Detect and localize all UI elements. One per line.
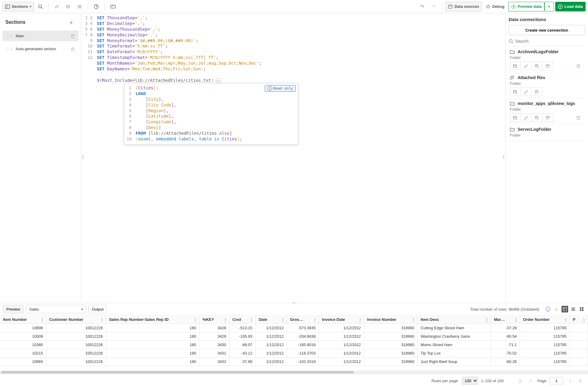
- table-cell: 318960: [364, 358, 417, 366]
- page-input[interactable]: [550, 377, 563, 384]
- delete-section-button[interactable]: [71, 34, 75, 38]
- connection-name: Attached files: [518, 75, 545, 80]
- sections-toggle-button[interactable]: Sections ▾: [2, 2, 34, 11]
- view-table-button[interactable]: [562, 306, 568, 312]
- next-page-button[interactable]: ⟩: [566, 377, 574, 384]
- column-header[interactable]: Invoice Date⋮: [319, 315, 364, 324]
- create-connection-button[interactable]: Create new connection: [509, 25, 585, 35]
- connection-item[interactable]: ArchivedLogsFolder Folder: [509, 46, 585, 72]
- column-menu-button[interactable]: ⋮: [582, 317, 586, 322]
- connection-action-button[interactable]: [510, 62, 521, 70]
- connection-type: Folder: [510, 81, 584, 86]
- column-header[interactable]: Gros…⋮: [287, 315, 319, 324]
- connection-search-input[interactable]: [515, 39, 585, 44]
- connection-action-button[interactable]: [531, 88, 542, 96]
- redo-button[interactable]: [429, 2, 439, 11]
- connection-type: Folder: [510, 107, 584, 112]
- load-data-button[interactable]: Load data: [555, 2, 586, 11]
- column-header[interactable]: Item Desc⋮: [417, 315, 491, 324]
- table-cell: 318960: [364, 349, 417, 358]
- connection-action-button[interactable]: [542, 113, 553, 122]
- comment-toggle-button[interactable]: //: [52, 2, 62, 11]
- column-menu-button[interactable]: ⋮: [358, 317, 362, 322]
- section-item-autogen[interactable]: ⋮⋮ Auto-generated section: [2, 44, 79, 54]
- connection-action-button[interactable]: [531, 62, 542, 70]
- column-header[interactable]: Sales Rep Number-Sales Rep ID⋮: [106, 315, 199, 324]
- column-menu-button[interactable]: ⋮: [250, 317, 254, 322]
- table-row[interactable]: 10009100122261803429-105.931/12/2012-204…: [0, 332, 588, 341]
- column-header[interactable]: Date⋮: [255, 315, 287, 324]
- connection-item[interactable]: ServerLogFolder Folder: [509, 124, 585, 141]
- column-header[interactable]: Customer Number⋮: [46, 315, 106, 324]
- column-header[interactable]: %KEY⋮: [199, 315, 229, 324]
- debug-button[interactable]: Debug: [483, 2, 507, 11]
- undo-button[interactable]: [417, 2, 427, 11]
- search-button[interactable]: [35, 2, 45, 11]
- resize-handle-right[interactable]: ∥: [502, 13, 505, 300]
- column-header[interactable]: Item Number⋮: [0, 315, 46, 324]
- info-button[interactable]: i: [545, 306, 551, 312]
- table-cell: 115785: [520, 341, 570, 349]
- column-menu-button[interactable]: ⋮: [40, 317, 44, 322]
- resize-handle-left[interactable]: ∥: [81, 13, 85, 300]
- column-header[interactable]: Cost⋮: [229, 315, 255, 324]
- vertical-resize-handle[interactable]: ═: [0, 300, 588, 303]
- column-menu-button[interactable]: ⋮: [485, 317, 489, 322]
- preview-tab[interactable]: Preview: [3, 305, 23, 313]
- indent-button[interactable]: [63, 2, 73, 11]
- column-menu-button[interactable]: ⋮: [313, 317, 317, 322]
- column-header[interactable]: Invoice Number⋮: [364, 315, 417, 324]
- view-grid-button[interactable]: [578, 306, 585, 312]
- connection-action-button[interactable]: [542, 62, 553, 70]
- horizontal-scrollbar[interactable]: [0, 370, 588, 374]
- preview-data-dropdown[interactable]: ▾: [544, 2, 554, 11]
- last-page-button[interactable]: ⟩|: [577, 377, 584, 384]
- connection-action-button[interactable]: [521, 113, 531, 122]
- view-list-button[interactable]: [570, 306, 577, 312]
- column-header[interactable]: Mar…⋮: [491, 315, 520, 324]
- data-sources-button[interactable]: Data sources: [445, 2, 482, 11]
- column-menu-button[interactable]: ⋮: [514, 317, 518, 322]
- warning-icon[interactable]: ⚠: [553, 306, 560, 312]
- column-menu-button[interactable]: ⋮: [223, 317, 227, 322]
- table-row[interactable]: 10385100122261803430-88.071/12/2012-165.…: [0, 341, 588, 349]
- prev-page-button[interactable]: ⟨: [527, 377, 534, 384]
- table-cell: 10385: [0, 341, 46, 349]
- rename-button[interactable]: [108, 2, 119, 11]
- svg-rect-0: [5, 5, 10, 8]
- column-menu-button[interactable]: ⋮: [411, 317, 415, 322]
- rows-per-page-select[interactable]: 100: [462, 377, 478, 385]
- script-editor[interactable]: 1 2 3 4 5 6 7 8 9 10 11 12 SET ThousandS…: [85, 13, 502, 300]
- column-header[interactable]: Order Number⋮: [520, 315, 570, 324]
- table-row[interactable]: 10696100122261803428-513.151/12/2012-573…: [0, 324, 588, 332]
- table-cell: Just Right Beef Soup: [417, 358, 491, 366]
- connection-action-button[interactable]: [510, 88, 521, 96]
- help-button[interactable]: ?: [91, 2, 101, 11]
- connection-item[interactable]: monitor_apps_qlikview_logs Folder: [509, 98, 585, 124]
- table-row[interactable]: 10215100122261803431-43.121/12/2012-118.…: [0, 349, 588, 358]
- column-menu-button[interactable]: ⋮: [100, 317, 104, 322]
- table-selector[interactable]: Sales: [26, 305, 86, 313]
- svg-point-38: [535, 90, 538, 91]
- connection-action-button[interactable]: [510, 113, 521, 122]
- delete-connection-button[interactable]: [573, 113, 584, 122]
- preview-data-button[interactable]: Preview data: [508, 2, 544, 11]
- column-menu-button[interactable]: ⋮: [281, 317, 285, 322]
- connection-action-button[interactable]: [521, 88, 531, 96]
- connection-item[interactable]: Attached files Folder: [509, 72, 585, 98]
- preview-data-label: Preview data: [518, 4, 542, 9]
- delete-connection-button[interactable]: [573, 62, 584, 70]
- column-menu-button[interactable]: ⋮: [193, 317, 197, 322]
- bug-icon: [486, 4, 491, 9]
- connection-action-button[interactable]: [521, 62, 531, 70]
- add-section-button[interactable]: ＋: [67, 18, 75, 26]
- column-header[interactable]: P⋮: [570, 315, 588, 324]
- connection-action-button[interactable]: [531, 113, 542, 122]
- first-page-button[interactable]: |⟨: [517, 377, 524, 384]
- section-item-main[interactable]: ⋮⋮ Main: [2, 31, 79, 41]
- outdent-button[interactable]: [75, 2, 85, 11]
- output-tab[interactable]: Output: [88, 305, 107, 313]
- column-menu-button[interactable]: ⋮: [564, 317, 568, 322]
- table-cell: 10215: [0, 349, 46, 358]
- table-row[interactable]: 10965100122261803432-37.981/12/2012-102.…: [0, 358, 588, 366]
